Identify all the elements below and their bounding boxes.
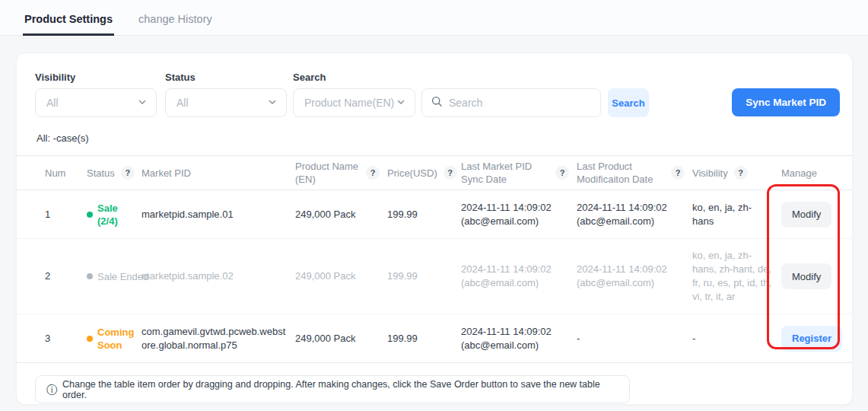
column-header: Manage <box>781 167 841 180</box>
status-dot-icon <box>87 336 93 342</box>
tab-product-settings[interactable]: Product Settings <box>23 3 114 36</box>
tab-bar: Product Settings change History <box>0 0 868 36</box>
search-input-box <box>421 88 601 117</box>
last-sync-date-cell: 2024-11-11 14:09:02 (abc@email.com) <box>461 325 577 352</box>
column-header-label: Num <box>45 167 65 180</box>
help-icon[interactable]: ? <box>444 166 457 180</box>
column-header-label: Last Product Modificaiton Date <box>577 160 665 186</box>
search-field-value: Product Name(EN) <box>304 97 394 109</box>
status-select-value: All <box>176 97 189 109</box>
chevron-down-icon <box>138 97 147 109</box>
market-pid-cell: com.gamevil.gvtwd.pcweb.webstore.global.… <box>141 325 295 352</box>
column-header-label: Visibility <box>692 167 728 180</box>
chevron-down-icon <box>396 97 405 109</box>
tab-change-history[interactable]: change History <box>137 3 214 36</box>
chevron-down-icon <box>268 97 277 109</box>
product-table: NumStatus?Market PIDProduct Name (EN)?Pr… <box>17 155 852 363</box>
last-modified-date-cell: 2024-11-11 14:09:02 (abc@email.com) <box>577 201 692 228</box>
column-header-label: Product Name (EN) <box>295 160 360 186</box>
visibility-select[interactable]: All <box>35 88 157 117</box>
manage-cell: Modify <box>781 202 841 228</box>
column-header-label: Price(USD) <box>387 167 437 180</box>
last-modified-date-cell: - <box>577 332 692 346</box>
price-cell: 199.99 <box>387 269 461 283</box>
status-text: Sale(2/4) <box>97 202 118 228</box>
manage-cell: Register <box>781 326 841 352</box>
product-name-cell: 249,000 Pack <box>295 332 387 346</box>
column-header-label: Status <box>87 167 115 180</box>
column-header: Last Product Modificaiton Date? <box>577 160 692 186</box>
manage-button[interactable]: Modify <box>781 263 831 289</box>
search-icon <box>431 96 443 110</box>
column-header-label: Last Market PID Sync Date <box>461 160 549 186</box>
status-select[interactable]: All <box>165 88 287 117</box>
help-icon[interactable]: ? <box>671 166 685 180</box>
visibility-label: Visibility <box>35 72 157 84</box>
last-modified-date-cell: 2024-11-11 14:09:02 (abc@email.com) <box>577 263 692 290</box>
product-name-cell: 249,000 Pack <box>295 208 387 221</box>
search-filter: Search Product Name(EN) Search <box>293 72 649 117</box>
table-row[interactable]: 2 Sale Ended marketpid.sample.02 249,000… <box>17 239 852 314</box>
price-cell: 199.99 <box>387 332 461 346</box>
status-filter: Status All <box>165 72 287 117</box>
help-icon[interactable]: ? <box>121 166 135 180</box>
row-num: 1 <box>45 208 87 221</box>
help-icon[interactable]: ? <box>366 166 380 180</box>
manage-cell: Modify <box>781 263 841 289</box>
search-field-select[interactable]: Product Name(EN) <box>293 88 415 117</box>
help-icon[interactable]: ? <box>555 166 569 180</box>
search-label: Search <box>293 72 649 84</box>
status-dot-icon <box>87 212 93 218</box>
manage-button[interactable]: Modify <box>781 202 831 228</box>
product-name-cell: 249,000 Pack <box>295 269 387 283</box>
product-settings-panel: Visibility All Status All Search Produ <box>16 53 853 405</box>
status-cell: Sale(2/4) <box>87 202 141 228</box>
market-pid-cell: marketpid.sample.01 <box>141 208 295 221</box>
visibility-select-value: All <box>46 97 59 109</box>
search-input[interactable] <box>449 97 593 109</box>
column-header: Market PID <box>141 167 295 180</box>
column-header: Visibility? <box>692 166 781 180</box>
status-text: ComingSoon <box>97 326 134 352</box>
column-header: Num <box>45 167 87 180</box>
result-count: All: -case(s) <box>37 132 852 144</box>
info-note-text: Change the table item order by dragging … <box>62 379 618 400</box>
visibility-filter: Visibility All <box>35 72 157 117</box>
help-icon[interactable]: ? <box>734 166 748 180</box>
price-cell: 199.99 <box>387 208 461 221</box>
status-label: Status <box>165 72 287 84</box>
status-cell: ComingSoon <box>87 326 141 352</box>
table-row[interactable]: 3 ComingSoon com.gamevil.gvtwd.pcweb.web… <box>17 314 852 363</box>
last-sync-date-cell: 2024-11-11 14:09:02 (abc@email.com) <box>461 201 577 228</box>
filter-bar: Visibility All Status All Search Produ <box>17 53 852 117</box>
table-body: 1 Sale(2/4) marketpid.sample.01 249,000 … <box>17 190 852 363</box>
column-header: Price(USD)? <box>387 166 461 180</box>
column-header-label: Manage <box>781 167 817 180</box>
drag-drop-info-note: ⓘ Change the table item order by draggin… <box>35 375 630 403</box>
column-header: Product Name (EN)? <box>295 160 387 186</box>
table-header-row: NumStatus?Market PIDProduct Name (EN)?Pr… <box>17 155 852 190</box>
table-row[interactable]: 1 Sale(2/4) marketpid.sample.01 249,000 … <box>17 190 852 239</box>
row-num: 3 <box>45 332 87 346</box>
column-header-label: Market PID <box>141 167 191 180</box>
market-pid-cell: marketpid.sample.02 <box>141 269 295 283</box>
visibility-cell: ko, en, ja, zh-hans, zh-hant, de, fr, ru… <box>692 249 781 304</box>
manage-button[interactable]: Register <box>781 326 842 352</box>
row-num: 2 <box>45 269 87 283</box>
status-dot-icon <box>87 273 93 279</box>
info-icon: ⓘ <box>46 384 57 395</box>
status-cell: Sale Ended <box>87 270 141 283</box>
column-header: Status? <box>87 166 141 180</box>
visibility-cell: ko, en, ja, zh-hans <box>692 201 781 228</box>
search-button[interactable]: Search <box>608 88 649 117</box>
sync-market-pid-button[interactable]: Sync Market PID <box>732 88 840 116</box>
last-sync-date-cell: 2024-11-11 14:09:02 (abc@email.com) <box>461 263 577 290</box>
column-header: Last Market PID Sync Date? <box>461 160 577 186</box>
visibility-cell: - <box>692 332 781 346</box>
